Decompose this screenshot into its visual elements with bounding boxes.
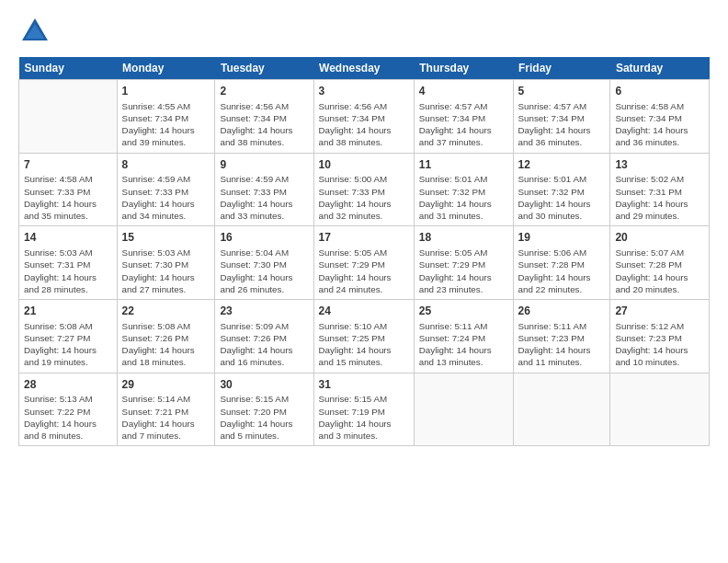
weekday-wednesday: Wednesday bbox=[313, 57, 414, 80]
day-number: 20 bbox=[615, 230, 704, 246]
day-number: 18 bbox=[419, 230, 508, 246]
calendar-cell bbox=[414, 373, 513, 446]
day-info: Sunrise: 5:11 AMSunset: 7:23 PMDaylight:… bbox=[518, 320, 606, 369]
day-info: Sunrise: 4:59 AMSunset: 7:33 PMDaylight:… bbox=[122, 173, 210, 222]
day-number: 13 bbox=[615, 157, 704, 173]
day-number: 28 bbox=[24, 377, 112, 393]
day-number: 27 bbox=[615, 304, 704, 319]
calendar-cell: 18Sunrise: 5:05 AMSunset: 7:29 PMDayligh… bbox=[414, 226, 513, 300]
calendar-cell: 31Sunrise: 5:15 AMSunset: 7:19 PMDayligh… bbox=[313, 373, 414, 446]
calendar-cell: 4Sunrise: 4:57 AMSunset: 7:34 PMDaylight… bbox=[414, 80, 513, 154]
day-number: 10 bbox=[319, 157, 409, 173]
day-info: Sunrise: 5:04 AMSunset: 7:30 PMDaylight:… bbox=[220, 247, 308, 295]
day-info: Sunrise: 5:15 AMSunset: 7:20 PMDaylight:… bbox=[220, 393, 308, 442]
day-number: 19 bbox=[518, 230, 606, 246]
day-info: Sunrise: 4:56 AMSunset: 7:34 PMDaylight:… bbox=[220, 100, 308, 149]
calendar-cell: 19Sunrise: 5:06 AMSunset: 7:28 PMDayligh… bbox=[513, 226, 610, 300]
calendar-cell: 12Sunrise: 5:01 AMSunset: 7:32 PMDayligh… bbox=[513, 153, 610, 226]
day-info: Sunrise: 5:03 AMSunset: 7:31 PMDaylight:… bbox=[24, 247, 112, 295]
day-number: 30 bbox=[220, 377, 308, 393]
calendar-cell: 16Sunrise: 5:04 AMSunset: 7:30 PMDayligh… bbox=[215, 226, 313, 300]
day-info: Sunrise: 5:15 AMSunset: 7:19 PMDaylight:… bbox=[319, 393, 409, 442]
weekday-thursday: Thursday bbox=[414, 57, 513, 80]
calendar-week-3: 14Sunrise: 5:03 AMSunset: 7:31 PMDayligh… bbox=[19, 226, 710, 300]
logo bbox=[18, 15, 55, 48]
day-info: Sunrise: 5:02 AMSunset: 7:31 PMDaylight:… bbox=[615, 173, 704, 222]
calendar-cell: 15Sunrise: 5:03 AMSunset: 7:30 PMDayligh… bbox=[117, 226, 215, 300]
calendar-cell: 3Sunrise: 4:56 AMSunset: 7:34 PMDaylight… bbox=[313, 80, 414, 154]
weekday-monday: Monday bbox=[117, 57, 215, 80]
weekday-sunday: Sunday bbox=[19, 57, 118, 80]
day-info: Sunrise: 5:09 AMSunset: 7:26 PMDaylight:… bbox=[220, 320, 308, 369]
weekday-friday: Friday bbox=[513, 57, 610, 80]
day-info: Sunrise: 5:07 AMSunset: 7:28 PMDaylight:… bbox=[615, 247, 704, 295]
page-container: SundayMondayTuesdayWednesdayThursdayFrid… bbox=[0, 0, 728, 455]
day-number: 9 bbox=[220, 157, 308, 173]
day-number: 25 bbox=[419, 304, 508, 319]
day-info: Sunrise: 5:05 AMSunset: 7:29 PMDaylight:… bbox=[419, 247, 508, 295]
calendar-week-1: 1Sunrise: 4:55 AMSunset: 7:34 PMDaylight… bbox=[19, 80, 710, 154]
calendar-table: SundayMondayTuesdayWednesdayThursdayFrid… bbox=[18, 57, 710, 446]
day-number: 29 bbox=[122, 377, 210, 393]
calendar-cell: 25Sunrise: 5:11 AMSunset: 7:24 PMDayligh… bbox=[414, 300, 513, 373]
day-info: Sunrise: 5:08 AMSunset: 7:27 PMDaylight:… bbox=[24, 320, 112, 369]
day-info: Sunrise: 5:06 AMSunset: 7:28 PMDaylight:… bbox=[518, 247, 606, 295]
day-number: 15 bbox=[122, 230, 210, 246]
day-info: Sunrise: 4:59 AMSunset: 7:33 PMDaylight:… bbox=[220, 173, 308, 222]
day-info: Sunrise: 5:00 AMSunset: 7:33 PMDaylight:… bbox=[319, 173, 409, 222]
day-number: 24 bbox=[319, 304, 409, 319]
day-info: Sunrise: 4:58 AMSunset: 7:34 PMDaylight:… bbox=[615, 100, 704, 149]
day-info: Sunrise: 4:56 AMSunset: 7:34 PMDaylight:… bbox=[319, 100, 409, 149]
day-number: 7 bbox=[24, 157, 112, 173]
day-number: 14 bbox=[24, 230, 112, 246]
day-number: 4 bbox=[419, 84, 508, 99]
weekday-header-row: SundayMondayTuesdayWednesdayThursdayFrid… bbox=[19, 57, 710, 80]
calendar-week-4: 21Sunrise: 5:08 AMSunset: 7:27 PMDayligh… bbox=[19, 300, 710, 373]
day-number: 12 bbox=[518, 157, 606, 173]
calendar-cell: 30Sunrise: 5:15 AMSunset: 7:20 PMDayligh… bbox=[215, 373, 313, 446]
day-number: 11 bbox=[419, 157, 508, 173]
calendar-cell: 1Sunrise: 4:55 AMSunset: 7:34 PMDaylight… bbox=[117, 80, 215, 154]
calendar-cell: 21Sunrise: 5:08 AMSunset: 7:27 PMDayligh… bbox=[19, 300, 118, 373]
calendar-cell: 29Sunrise: 5:14 AMSunset: 7:21 PMDayligh… bbox=[117, 373, 215, 446]
calendar-cell: 24Sunrise: 5:10 AMSunset: 7:25 PMDayligh… bbox=[313, 300, 414, 373]
calendar-cell: 23Sunrise: 5:09 AMSunset: 7:26 PMDayligh… bbox=[215, 300, 313, 373]
calendar-cell bbox=[610, 373, 710, 446]
calendar-cell: 7Sunrise: 4:58 AMSunset: 7:33 PMDaylight… bbox=[19, 153, 118, 226]
calendar-cell: 17Sunrise: 5:05 AMSunset: 7:29 PMDayligh… bbox=[313, 226, 414, 300]
day-number: 22 bbox=[122, 304, 210, 319]
day-info: Sunrise: 4:57 AMSunset: 7:34 PMDaylight:… bbox=[419, 100, 508, 149]
calendar-cell: 27Sunrise: 5:12 AMSunset: 7:23 PMDayligh… bbox=[610, 300, 710, 373]
day-info: Sunrise: 5:13 AMSunset: 7:22 PMDaylight:… bbox=[24, 393, 112, 442]
day-number: 31 bbox=[319, 377, 409, 393]
calendar-week-2: 7Sunrise: 4:58 AMSunset: 7:33 PMDaylight… bbox=[19, 153, 710, 226]
header bbox=[18, 15, 710, 48]
calendar-cell: 9Sunrise: 4:59 AMSunset: 7:33 PMDaylight… bbox=[215, 153, 313, 226]
day-number: 26 bbox=[518, 304, 606, 319]
day-info: Sunrise: 5:14 AMSunset: 7:21 PMDaylight:… bbox=[122, 393, 210, 442]
day-number: 8 bbox=[122, 157, 210, 173]
day-info: Sunrise: 5:01 AMSunset: 7:32 PMDaylight:… bbox=[518, 173, 606, 222]
day-info: Sunrise: 5:08 AMSunset: 7:26 PMDaylight:… bbox=[122, 320, 210, 369]
calendar-cell: 8Sunrise: 4:59 AMSunset: 7:33 PMDaylight… bbox=[117, 153, 215, 226]
day-number: 16 bbox=[220, 230, 308, 246]
calendar-cell: 20Sunrise: 5:07 AMSunset: 7:28 PMDayligh… bbox=[610, 226, 710, 300]
day-info: Sunrise: 5:10 AMSunset: 7:25 PMDaylight:… bbox=[319, 320, 409, 369]
day-number: 23 bbox=[220, 304, 308, 319]
calendar-cell: 22Sunrise: 5:08 AMSunset: 7:26 PMDayligh… bbox=[117, 300, 215, 373]
calendar-cell bbox=[19, 80, 118, 154]
weekday-tuesday: Tuesday bbox=[215, 57, 313, 80]
day-number: 3 bbox=[319, 84, 409, 99]
day-info: Sunrise: 5:03 AMSunset: 7:30 PMDaylight:… bbox=[122, 247, 210, 295]
calendar-cell: 2Sunrise: 4:56 AMSunset: 7:34 PMDaylight… bbox=[215, 80, 313, 154]
calendar-cell: 13Sunrise: 5:02 AMSunset: 7:31 PMDayligh… bbox=[610, 153, 710, 226]
day-number: 17 bbox=[319, 230, 409, 246]
day-number: 21 bbox=[24, 304, 112, 319]
calendar-cell: 5Sunrise: 4:57 AMSunset: 7:34 PMDaylight… bbox=[513, 80, 610, 154]
calendar-cell: 14Sunrise: 5:03 AMSunset: 7:31 PMDayligh… bbox=[19, 226, 118, 300]
day-info: Sunrise: 4:57 AMSunset: 7:34 PMDaylight:… bbox=[518, 100, 606, 149]
calendar-cell: 11Sunrise: 5:01 AMSunset: 7:32 PMDayligh… bbox=[414, 153, 513, 226]
calendar-cell: 10Sunrise: 5:00 AMSunset: 7:33 PMDayligh… bbox=[313, 153, 414, 226]
day-info: Sunrise: 4:58 AMSunset: 7:33 PMDaylight:… bbox=[24, 173, 112, 222]
calendar-cell bbox=[513, 373, 610, 446]
